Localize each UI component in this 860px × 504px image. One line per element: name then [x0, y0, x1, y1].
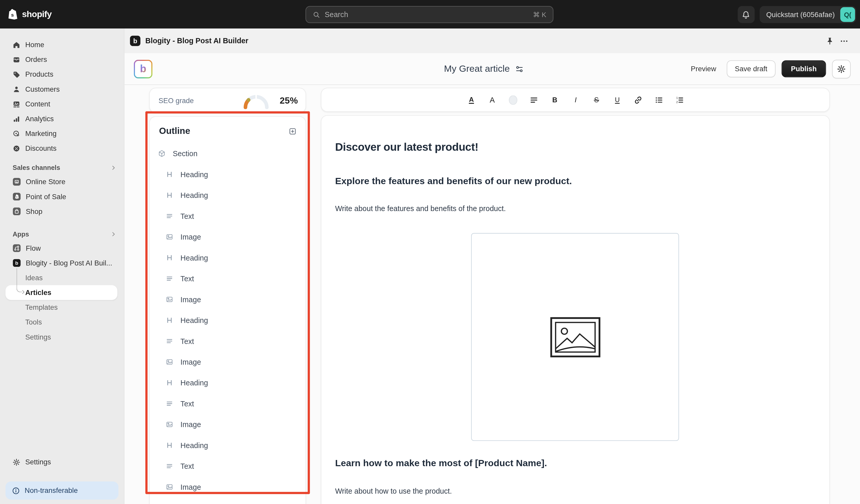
- editor-canvas[interactable]: Discover our latest product! Explore the…: [321, 115, 830, 504]
- outline-item-label: Text: [181, 275, 194, 283]
- save-draft-button[interactable]: Save draft: [727, 60, 776, 77]
- notifications-button[interactable]: [738, 6, 755, 23]
- format-link-button[interactable]: [631, 93, 645, 107]
- preview-button[interactable]: Preview: [686, 61, 721, 76]
- outline-item-image[interactable]: Image: [150, 289, 305, 310]
- image-placeholder[interactable]: [471, 233, 679, 441]
- sidebar-item-orders[interactable]: Orders: [0, 52, 124, 67]
- sidebar-item-label: Orders: [25, 55, 47, 64]
- pin-button[interactable]: [823, 34, 837, 48]
- outline-item-section[interactable]: Section: [150, 143, 305, 164]
- editor-heading-2[interactable]: Explore the features and benefits of our…: [335, 176, 572, 187]
- sidebar-item-point-of-sale[interactable]: sPoint of Sale: [0, 189, 124, 204]
- article-title: My Great article: [444, 64, 510, 75]
- format-letter-a-button[interactable]: A: [485, 93, 499, 107]
- sales-channels-header[interactable]: Sales channels: [0, 161, 124, 175]
- sidebar-item-label: Templates: [25, 303, 58, 312]
- letter-a-icon: A: [487, 95, 497, 104]
- search-placeholder: Search: [325, 10, 528, 19]
- editor-heading-3[interactable]: Learn how to make the most of [Product N…: [335, 458, 547, 469]
- outline-item-text[interactable]: Text: [150, 456, 305, 477]
- outline-item-image[interactable]: Image: [150, 477, 305, 497]
- sidebar-item-settings[interactable]: Settings: [0, 455, 124, 469]
- sidebar-item-flow[interactable]: Flow: [0, 241, 124, 256]
- outline-item-heading[interactable]: Heading: [150, 435, 305, 456]
- sidebar-item-home[interactable]: Home: [0, 37, 124, 52]
- sales-channels-label: Sales channels: [13, 164, 60, 172]
- outline-item-heading[interactable]: Heading: [150, 372, 305, 393]
- discounts-icon: [13, 145, 20, 152]
- editor-paragraph-1[interactable]: Write about the features and benefits of…: [335, 205, 506, 213]
- outline-title: Outline: [159, 126, 190, 136]
- outline-item-text[interactable]: Text: [150, 206, 305, 226]
- sidebar-item-online-store[interactable]: Online Store: [0, 174, 124, 189]
- content-icon: [13, 100, 20, 108]
- editor-heading-1[interactable]: Discover our latest product!: [335, 141, 478, 154]
- format-align-left-button[interactable]: [527, 93, 541, 107]
- underline-icon: U: [612, 95, 622, 104]
- sidebar-item-blogity-bl[interactable]: bBlogity - Blog Post AI Buil...: [0, 256, 124, 270]
- format-swatch-button[interactable]: [506, 93, 520, 107]
- more-options-button[interactable]: [837, 34, 851, 48]
- sidebar-item-label: Online Store: [26, 178, 66, 186]
- outline-item-label: Section: [173, 149, 197, 158]
- sidebar-item-shop[interactable]: Shop: [0, 204, 124, 219]
- outline-item-image[interactable]: Image: [150, 351, 305, 372]
- outline-item-text[interactable]: Text: [150, 268, 305, 289]
- app-badge-icon: b: [130, 36, 140, 46]
- sidebar-item-articles[interactable]: Articles: [5, 285, 117, 300]
- outline-item-label: Heading: [181, 170, 208, 178]
- format-bold-button[interactable]: B: [547, 93, 562, 107]
- editor-paragraph-2[interactable]: Write about how to use the product.: [335, 487, 452, 495]
- article-settings-icon[interactable]: [515, 65, 524, 74]
- outline-item-label: Text: [181, 337, 194, 345]
- blogity-logo[interactable]: b: [134, 60, 153, 78]
- format-underline-button[interactable]: U: [610, 93, 624, 107]
- sidebar-item-content[interactable]: Content: [0, 97, 124, 111]
- outline-item-heading[interactable]: Heading: [150, 164, 305, 185]
- outline-item-label: Image: [181, 483, 201, 491]
- shop-icon: [13, 207, 21, 215]
- outline-item-image[interactable]: Image: [150, 414, 305, 435]
- sidebar-item-templates[interactable]: Templates: [0, 300, 124, 315]
- apps-header[interactable]: Apps: [0, 228, 124, 241]
- outline-item-heading[interactable]: Heading: [150, 497, 305, 504]
- outline-item-label: Image: [181, 420, 201, 429]
- store-menu[interactable]: Quickstart (6056afae) Q(: [759, 6, 856, 23]
- format-font-color-button[interactable]: A: [464, 93, 478, 107]
- format-strike-button[interactable]: S: [589, 93, 603, 107]
- format-ordered-list-button[interactable]: 12: [672, 93, 687, 107]
- sidebar-item-analytics[interactable]: Analytics: [0, 111, 124, 126]
- outline-item-text[interactable]: Text: [150, 393, 305, 414]
- publish-button[interactable]: Publish: [782, 60, 826, 77]
- outline-item-heading[interactable]: Heading: [150, 247, 305, 268]
- search-input[interactable]: Search ⌘ K: [305, 6, 553, 23]
- sidebar-item-ideas[interactable]: Ideas: [0, 270, 124, 285]
- shopify-logo[interactable]: s shopify: [8, 8, 52, 20]
- sidebar-item-marketing[interactable]: Marketing: [0, 126, 124, 141]
- sidebar-item-discounts[interactable]: Discounts: [0, 141, 124, 156]
- outline-item-label: Text: [181, 462, 194, 470]
- sidebar-item-settings[interactable]: Settings: [0, 330, 124, 344]
- outline-item-heading[interactable]: Heading: [150, 185, 305, 206]
- svg-text:A: A: [490, 96, 495, 104]
- app-body: SEO grade 25% Outline SectionHeadingHead: [125, 85, 860, 504]
- outline-item-text[interactable]: Text: [150, 331, 305, 351]
- outline-item-image[interactable]: Image: [150, 226, 305, 247]
- non-transferable-badge[interactable]: Non-transferable: [5, 481, 118, 500]
- settings-button[interactable]: [832, 60, 851, 78]
- sidebar-item-products[interactable]: Products: [0, 67, 124, 82]
- image-icon: [166, 483, 173, 491]
- outline-item-heading[interactable]: Heading: [150, 310, 305, 330]
- seo-grade-card: SEO grade 25%: [149, 88, 306, 113]
- sidebar-item-tools[interactable]: Tools: [0, 315, 124, 329]
- outline-item-label: Heading: [181, 379, 208, 387]
- format-bullet-list-button[interactable]: [651, 93, 666, 107]
- sidebar-item-customers[interactable]: Customers: [0, 82, 124, 96]
- outline-item-label: Heading: [181, 254, 208, 262]
- sidebar-item-label: Ideas: [25, 274, 42, 282]
- format-italic-button[interactable]: I: [568, 93, 583, 107]
- text-lines-icon: [166, 400, 173, 408]
- add-block-button[interactable]: [289, 127, 297, 135]
- ordered-list-icon: 12: [675, 95, 684, 104]
